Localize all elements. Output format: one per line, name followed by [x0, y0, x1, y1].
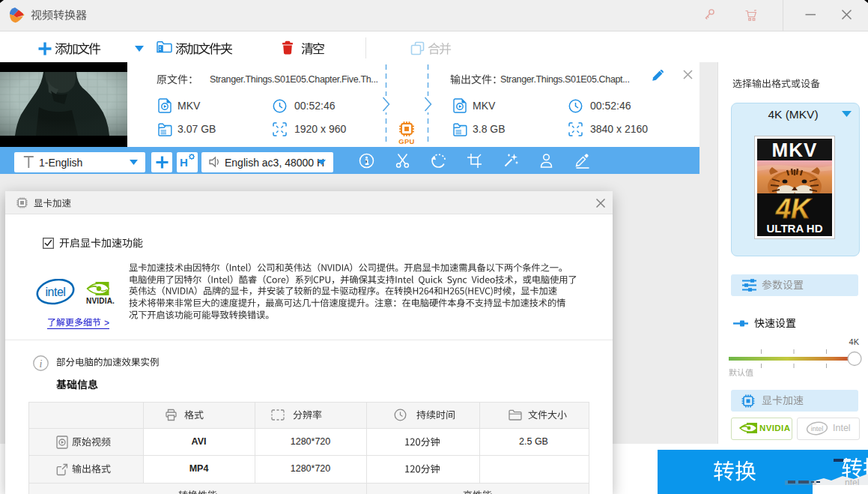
svg-text:4K: 4K — [775, 193, 813, 224]
svg-text:ULTRA HD: ULTRA HD — [767, 222, 823, 235]
svg-text:MKV: MKV — [772, 139, 818, 161]
svg-text:intel: intel — [46, 286, 66, 298]
svg-text:intel: intel — [811, 425, 824, 433]
svg-text:NVIDIA.: NVIDIA. — [86, 297, 115, 305]
svg-text:i: i — [40, 358, 43, 370]
